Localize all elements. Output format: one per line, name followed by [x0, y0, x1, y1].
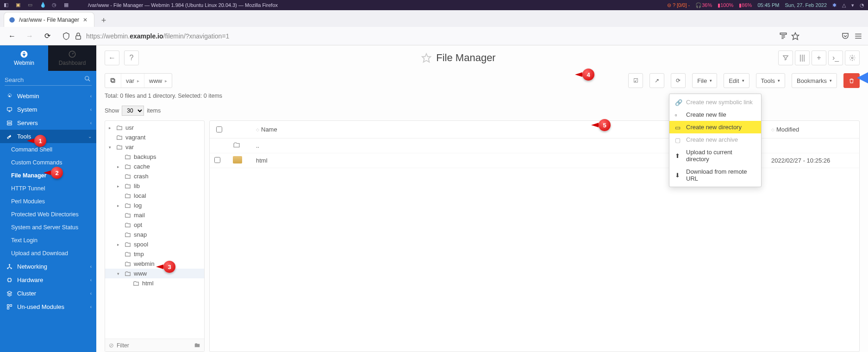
- tree-node-webmin[interactable]: webmin: [105, 259, 204, 269]
- sidebar-search: [0, 71, 96, 89]
- sidebar-sub-perl-modules[interactable]: Perl Modules: [0, 195, 96, 208]
- forward-button[interactable]: →: [23, 30, 36, 43]
- menu-item-download-from-remote-url[interactable]: ⬇Download from remote URL: [669, 165, 761, 185]
- back-button[interactable]: ←: [6, 30, 19, 43]
- reload-button[interactable]: ⟳: [41, 30, 54, 43]
- sidebar-item-tools[interactable]: Tools⌄: [0, 130, 96, 143]
- row-checkbox[interactable]: [214, 157, 220, 163]
- tree-node-www[interactable]: ▾www: [105, 269, 204, 278]
- sidebar-item-cluster[interactable]: Cluster‹: [0, 287, 96, 300]
- tree-node-backups[interactable]: backups: [105, 152, 204, 162]
- tree-node-usr[interactable]: ▸usr: [105, 123, 204, 132]
- open-external-button[interactable]: ↗: [649, 73, 664, 88]
- address-bar[interactable]: https://webmin.example.io/filemin/?xnavi…: [58, 32, 837, 40]
- page-size-select[interactable]: 30: [122, 106, 144, 116]
- delete-button[interactable]: [843, 73, 860, 88]
- archive-icon: ▢: [675, 137, 681, 143]
- tools-dropdown[interactable]: Tools▾: [756, 73, 785, 88]
- menu-item-upload-to-current-directory[interactable]: ⬆Upload to current directory: [669, 146, 761, 165]
- tree-node-tmp[interactable]: tmp: [105, 249, 204, 259]
- breadcrumb-segment[interactable]: var▸: [121, 74, 144, 88]
- close-tab-icon[interactable]: ✕: [83, 17, 89, 23]
- file-row[interactable]: htmlroot:root07552022/02/27 - 10:25:26: [210, 153, 859, 168]
- sidebar-sub-protected-web-directories[interactable]: Protected Web Directories: [0, 208, 96, 221]
- favorite-star-icon[interactable]: [421, 53, 431, 63]
- search-input[interactable]: [5, 75, 92, 86]
- terminal-icon[interactable]: ▭: [28, 2, 34, 8]
- menu-icon[interactable]: [854, 32, 862, 40]
- sidebar-sub-upload-and-download[interactable]: Upload and Download: [0, 247, 96, 260]
- parent-dir-row[interactable]: ..: [210, 138, 859, 153]
- drop-icon[interactable]: 💧: [40, 2, 46, 8]
- sidebar-item-webmin[interactable]: Webmin‹: [0, 89, 96, 103]
- status-indicator-1: ⊝ ? [0/0] -: [667, 2, 690, 8]
- steam-icon[interactable]: ◔: [860, 2, 864, 8]
- browser-tab[interactable]: /var/www - File Manager ✕: [4, 12, 94, 27]
- tree-node-log[interactable]: ▸log: [105, 201, 204, 210]
- sidebar-item-networking[interactable]: Networking‹: [0, 260, 96, 273]
- whisker-icon[interactable]: ◧: [4, 2, 10, 8]
- page-title: File Manager: [144, 52, 774, 64]
- tree-node-label: tmp: [134, 251, 144, 258]
- nav-back-button[interactable]: ←: [105, 50, 119, 65]
- sidebar-sub-text-login[interactable]: Text Login: [0, 234, 96, 247]
- tree-node-vagrant[interactable]: vagrant: [105, 132, 204, 142]
- tree-node-snap[interactable]: snap: [105, 230, 204, 239]
- sidebar-item-system[interactable]: System‹: [0, 103, 96, 116]
- new-tab-button[interactable]: +: [97, 14, 110, 27]
- filter-header-button[interactable]: [778, 50, 793, 65]
- pocket-icon[interactable]: [841, 32, 849, 40]
- sidebar-sub-custom-commands[interactable]: Custom Commands: [0, 156, 96, 169]
- menu-item-create-new-file[interactable]: ▫Create new file: [669, 108, 761, 121]
- column-modified[interactable]: ◇Modified: [767, 126, 859, 133]
- breadcrumb-segment[interactable]: www▸: [144, 74, 172, 88]
- sidebar-item-servers[interactable]: Servers‹: [0, 116, 96, 130]
- breadcrumb-root[interactable]: [105, 74, 121, 88]
- select-all-button[interactable]: ☑: [628, 73, 643, 88]
- tree-node-local[interactable]: local: [105, 191, 204, 201]
- battery-2: ▮86%: [739, 2, 752, 8]
- volume-icon[interactable]: △: [842, 2, 846, 8]
- sidebar-tab-dashboard[interactable]: Dashboard: [48, 45, 96, 71]
- wifi-icon[interactable]: ▾: [851, 2, 854, 8]
- tree-node-spool[interactable]: ▸spool: [105, 239, 204, 249]
- tree-filter-input[interactable]: [117, 342, 191, 349]
- filter-reset-icon[interactable]: ⊘: [109, 342, 114, 349]
- files-icon[interactable]: ▣: [16, 2, 22, 8]
- tree-node-crash[interactable]: crash: [105, 171, 204, 181]
- refresh-button[interactable]: ⟳: [671, 73, 686, 88]
- tree-node-lib[interactable]: ▸lib: [105, 181, 204, 191]
- sidebar-item-unused[interactable]: Un-used Modules‹: [0, 300, 96, 314]
- select-all-checkbox[interactable]: [216, 126, 222, 132]
- tree-node-html[interactable]: html: [105, 278, 204, 288]
- file-dropdown[interactable]: File▾: [692, 73, 717, 88]
- copy-icon: [110, 77, 116, 84]
- sidebar-sub-system-and-server-status[interactable]: System and Server Status: [0, 221, 96, 234]
- tree-node-cache[interactable]: ▸cache: [105, 162, 204, 171]
- bookmark-line-icon[interactable]: [779, 32, 787, 40]
- help-button[interactable]: ?: [124, 50, 139, 65]
- add-header-button[interactable]: +: [812, 50, 826, 65]
- bluetooth-icon[interactable]: ✱: [832, 2, 837, 8]
- columns-button[interactable]: |||: [795, 50, 810, 65]
- terminal-button[interactable]: ›_: [828, 50, 843, 65]
- tree-node-opt[interactable]: opt: [105, 220, 204, 230]
- sidebar-tab-webmin[interactable]: Webmin: [0, 45, 48, 71]
- folder-filter-icon[interactable]: [194, 342, 200, 349]
- sidebar-sub-http-tunnel[interactable]: HTTP Tunnel: [0, 182, 96, 195]
- sidebar-item-hardware[interactable]: Hardware‹: [0, 273, 96, 287]
- folder-icon: [125, 193, 131, 199]
- workspace-icon[interactable]: ▦: [64, 2, 70, 8]
- column-name[interactable]: ◇Name: [251, 126, 683, 133]
- nav-label: System: [17, 106, 37, 113]
- widget-icon[interactable]: ◷: [52, 2, 58, 8]
- settings-button[interactable]: [845, 50, 860, 65]
- star-icon[interactable]: [791, 32, 799, 40]
- menu-item-create-new-directory[interactable]: ▭Create new directory: [669, 121, 761, 133]
- sidebar-sub-command-shell[interactable]: Command Shell: [0, 143, 96, 156]
- edit-dropdown[interactable]: Edit▾: [724, 73, 749, 88]
- folder-icon: [116, 144, 123, 151]
- tree-node-var[interactable]: ▾var: [105, 142, 204, 152]
- tree-node-mail[interactable]: mail: [105, 210, 204, 220]
- bookmarks-dropdown[interactable]: Bookmarks▾: [792, 73, 837, 88]
